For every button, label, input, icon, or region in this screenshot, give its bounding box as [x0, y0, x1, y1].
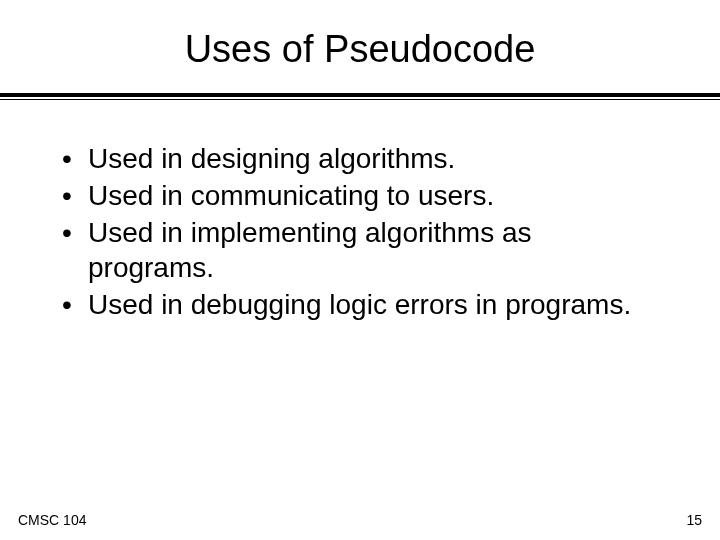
- slide-content: • Used in designing algorithms. • Used i…: [0, 99, 720, 322]
- bullet-text: Used in implementing algorithms as progr…: [88, 215, 660, 285]
- footer-course: CMSC 104: [18, 512, 86, 528]
- footer-page-number: 15: [686, 512, 702, 528]
- bullet-text: Used in communicating to users.: [88, 178, 660, 213]
- slide: Uses of Pseudocode • Used in designing a…: [0, 0, 720, 540]
- slide-footer: CMSC 104 15: [0, 512, 720, 528]
- list-item: • Used in implementing algorithms as pro…: [60, 215, 660, 285]
- slide-title: Uses of Pseudocode: [0, 0, 720, 89]
- list-item: • Used in debugging logic errors in prog…: [60, 287, 660, 322]
- list-item: • Used in communicating to users.: [60, 178, 660, 213]
- bullet-icon: •: [60, 178, 88, 213]
- list-item: • Used in designing algorithms.: [60, 141, 660, 176]
- bullet-text: Used in debugging logic errors in progra…: [88, 287, 660, 322]
- bullet-icon: •: [60, 215, 88, 250]
- bullet-list: • Used in designing algorithms. • Used i…: [60, 141, 660, 322]
- bullet-text: Used in designing algorithms.: [88, 141, 660, 176]
- divider-thick: [0, 93, 720, 97]
- bullet-icon: •: [60, 287, 88, 322]
- bullet-icon: •: [60, 141, 88, 176]
